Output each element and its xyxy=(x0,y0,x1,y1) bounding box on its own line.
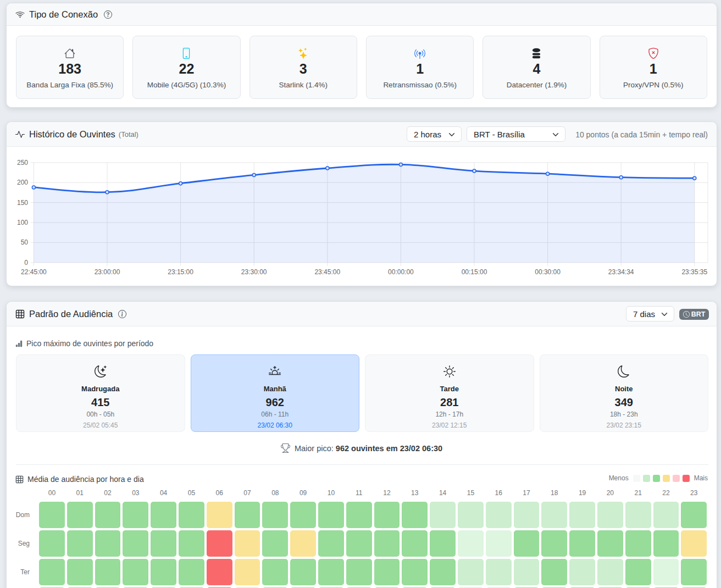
svg-text:100: 100 xyxy=(17,219,28,226)
svg-text:00:30:00: 00:30:00 xyxy=(535,268,561,276)
svg-text:23:34:34: 23:34:34 xyxy=(608,268,634,276)
svg-text:250: 250 xyxy=(17,159,28,167)
svg-text:22:45:00: 22:45:00 xyxy=(21,268,47,276)
svg-text:23:35:35: 23:35:35 xyxy=(681,268,707,276)
svg-text:200: 200 xyxy=(17,179,28,186)
svg-text:0: 0 xyxy=(24,259,28,267)
svg-text:50: 50 xyxy=(21,238,29,246)
svg-text:23:00:00: 23:00:00 xyxy=(95,268,120,276)
svg-text:23:45:00: 23:45:00 xyxy=(314,268,340,276)
svg-text:23:15:00: 23:15:00 xyxy=(168,268,193,276)
svg-text:23:30:00: 23:30:00 xyxy=(241,268,267,276)
svg-text:00:00:00: 00:00:00 xyxy=(388,268,414,276)
svg-text:150: 150 xyxy=(17,199,28,207)
svg-text:00:15:00: 00:15:00 xyxy=(462,268,487,276)
